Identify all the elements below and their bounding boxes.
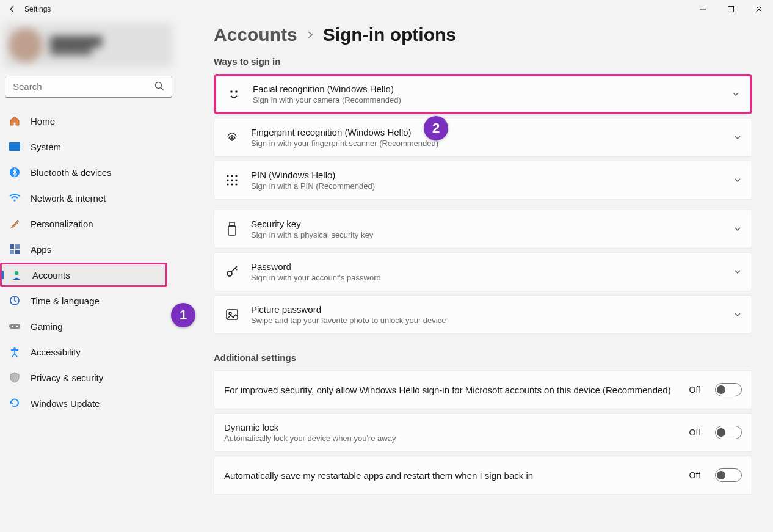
svg-point-20: [231, 175, 233, 177]
svg-point-24: [235, 179, 237, 181]
picture-icon: [224, 307, 240, 322]
sidebar-item-update[interactable]: Windows Update: [0, 391, 177, 415]
setting-desc: Automatically lock your device when you'…: [224, 434, 678, 443]
system-icon: [9, 140, 21, 153]
setting-title: For improved security, only allow Window…: [224, 385, 678, 395]
svg-line-3: [161, 88, 164, 91]
sidebar-item-label: System: [31, 142, 61, 152]
svg-rect-10: [15, 250, 20, 254]
shield-icon: [9, 371, 21, 384]
face-icon: [226, 86, 242, 102]
card-title: Fingerprint recognition (Windows Hello): [251, 127, 722, 137]
sidebar-item-personalization[interactable]: Personalization: [0, 211, 177, 236]
signin-card-facial[interactable]: Facial recognition (Windows Hello) Sign …: [214, 74, 752, 114]
sidebar-item-bluetooth[interactable]: Bluetooth & devices: [0, 160, 177, 184]
chevron-down-icon: [733, 176, 742, 184]
sidebar-item-label: Home: [31, 116, 55, 126]
sidebar-item-label: Accounts: [32, 270, 70, 280]
chevron-down-icon: [733, 268, 742, 276]
svg-point-23: [231, 179, 233, 181]
sidebar-item-home[interactable]: Home: [0, 109, 177, 133]
toggle-state: Off: [689, 470, 700, 480]
person-icon: [10, 269, 23, 281]
svg-rect-9: [10, 250, 14, 254]
sidebar-item-apps[interactable]: Apps: [0, 237, 177, 261]
home-icon: [9, 115, 21, 127]
annotation-callout-1: 1: [171, 303, 195, 327]
svg-point-15: [16, 326, 18, 327]
card-desc: Sign in with your camera (Recommended): [253, 95, 720, 104]
fingerprint-icon: [224, 129, 240, 145]
card-title: Picture password: [251, 304, 722, 315]
signin-card-password[interactable]: Password Sign in with your account's pas…: [214, 252, 752, 291]
breadcrumb-parent[interactable]: Accounts: [214, 24, 297, 45]
section-title-ways: Ways to sign in: [214, 56, 752, 67]
svg-point-21: [235, 175, 237, 177]
card-desc: Sign in with a physical security key: [251, 230, 722, 239]
svg-point-27: [235, 183, 237, 185]
card-title: Facial recognition (Windows Hello): [253, 84, 720, 94]
sidebar-item-label: Time & language: [31, 296, 100, 306]
card-desc: Sign in with your fingerprint scanner (R…: [251, 139, 722, 148]
setting-hello-only: For improved security, only allow Window…: [214, 370, 752, 409]
svg-rect-8: [15, 244, 20, 249]
back-button[interactable]: [5, 2, 20, 16]
svg-point-17: [230, 90, 233, 93]
sidebar-item-network[interactable]: Network & internet: [0, 186, 177, 210]
svg-point-14: [12, 326, 13, 327]
sidebar-item-label: Privacy & security: [31, 373, 103, 383]
avatar: [9, 28, 43, 62]
setting-title: Dynamic lock: [224, 422, 678, 432]
accessibility-icon: [9, 346, 21, 358]
sidebar-item-label: Apps: [31, 244, 51, 255]
sidebar-item-accounts[interactable]: Accounts: [0, 263, 167, 287]
svg-point-11: [15, 271, 18, 275]
signin-card-pin[interactable]: PIN (Windows Hello) Sign in with a PIN (…: [214, 161, 752, 200]
chevron-down-icon: [731, 90, 740, 98]
section-title-additional: Additional settings: [214, 352, 752, 363]
minimize-button[interactable]: [689, 0, 717, 18]
setting-title: Automatically save my restartable apps a…: [224, 470, 678, 481]
svg-point-26: [231, 183, 233, 185]
sidebar-item-privacy[interactable]: Privacy & security: [0, 365, 177, 390]
svg-point-30: [227, 271, 232, 276]
signin-card-securitykey[interactable]: Security key Sign in with a physical sec…: [214, 210, 752, 249]
bluetooth-icon: [9, 166, 21, 178]
sidebar-item-time-language[interactable]: Time & language: [0, 288, 177, 313]
gamepad-icon: [9, 320, 21, 332]
apps-icon: [9, 243, 21, 255]
maximize-button[interactable]: [717, 0, 745, 18]
key-icon: [224, 264, 240, 280]
toggle-switch[interactable]: [715, 383, 742, 396]
card-desc: Sign in with a PIN (Recommended): [251, 181, 722, 191]
setting-restart-apps: Automatically save my restartable apps a…: [214, 456, 752, 495]
sidebar-item-label: Network & internet: [31, 193, 106, 203]
svg-rect-28: [230, 222, 234, 226]
sidebar-item-accessibility[interactable]: Accessibility: [0, 340, 177, 364]
wifi-icon: [9, 192, 21, 204]
toggle-switch[interactable]: [715, 426, 742, 439]
close-button[interactable]: [745, 0, 773, 18]
update-icon: [9, 397, 21, 409]
svg-rect-7: [10, 244, 14, 249]
page-title: Sign-in options: [323, 24, 456, 45]
main-content: Accounts Sign-in options Ways to sign in…: [177, 18, 773, 532]
svg-point-19: [227, 175, 228, 177]
svg-point-2: [156, 82, 162, 89]
signin-card-picture[interactable]: Picture password Swipe and tap your favo…: [214, 295, 752, 334]
keypad-icon: [224, 172, 240, 188]
chevron-down-icon: [733, 225, 742, 233]
sidebar-item-system[interactable]: System: [0, 134, 177, 159]
toggle-switch[interactable]: [715, 468, 742, 482]
globe-clock-icon: [9, 294, 21, 307]
signin-card-fingerprint[interactable]: Fingerprint recognition (Windows Hello) …: [214, 118, 752, 157]
search-input[interactable]: [5, 76, 172, 98]
svg-rect-1: [728, 7, 734, 12]
svg-rect-13: [9, 324, 20, 329]
toggle-state: Off: [689, 428, 700, 437]
svg-rect-29: [228, 226, 236, 235]
user-profile-card[interactable]: ████████ ████████: [4, 23, 172, 67]
annotation-callout-2: 2: [424, 116, 448, 140]
search-box[interactable]: [5, 76, 172, 98]
sidebar-item-gaming[interactable]: Gaming: [0, 314, 177, 338]
